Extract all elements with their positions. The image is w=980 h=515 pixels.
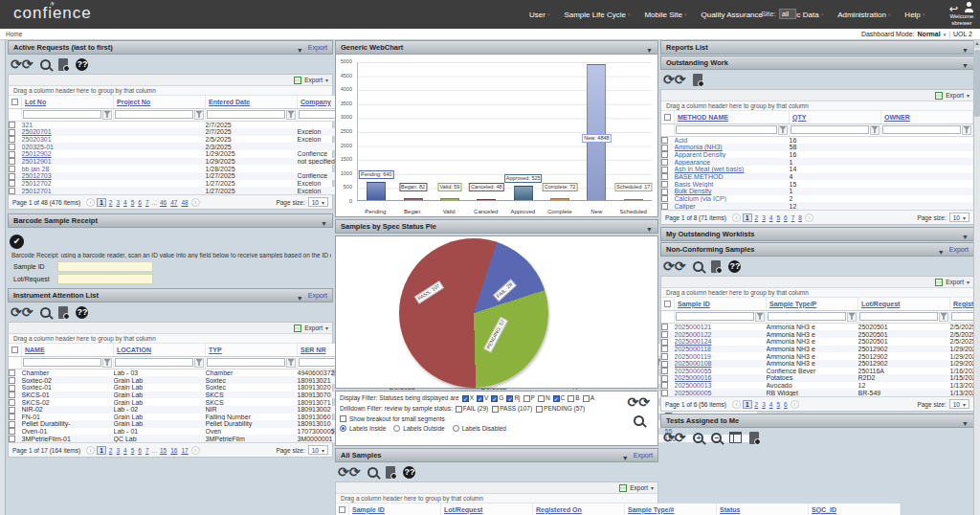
row-checkbox[interactable]: [661, 203, 668, 210]
row-checkbox[interactable]: [661, 189, 668, 195]
refresh-icon[interactable]: ⟳: [338, 465, 360, 479]
collapse-icon[interactable]: [962, 55, 969, 72]
row-checkbox[interactable]: [9, 166, 15, 172]
column-header[interactable]: METHOD NAME: [678, 114, 728, 121]
cell-link[interactable]: 25012901: [22, 158, 52, 165]
filter-funnel-button[interactable]: [778, 125, 788, 135]
cell-link[interactable]: 25020301: [22, 136, 52, 143]
column-filter-input[interactable]: [207, 110, 285, 119]
filter-funnel-button[interactable]: [102, 358, 112, 368]
column-filter-input[interactable]: [676, 312, 754, 321]
row-checkbox[interactable]: [9, 151, 15, 158]
cell-link[interactable]: 25012702: [22, 180, 52, 187]
menu-item-sample-life-cycle[interactable]: Sample Life Cycle▾: [564, 11, 630, 19]
prev-page-button[interactable]: [732, 213, 741, 222]
cell-link[interactable]: Ash in Meat (wet basis): [675, 166, 745, 172]
page-size-select[interactable]: 10: [308, 197, 328, 207]
menu-item-user[interactable]: User▾: [529, 11, 549, 19]
collapse-icon[interactable]: [297, 40, 303, 56]
table-row[interactable]: 2025000055Confience Bever250116A1/16/202…: [661, 368, 980, 375]
zoom-in-icon[interactable]: +: [693, 433, 703, 443]
status-checkbox[interactable]: [583, 395, 590, 402]
breakout-checkbox[interactable]: [340, 415, 346, 422]
collapse-icon[interactable]: [321, 213, 327, 230]
doc-icon[interactable]: [749, 432, 759, 444]
page-link[interactable]: 2: [754, 214, 760, 221]
bar-approved[interactable]: [514, 186, 533, 200]
row-checkbox[interactable]: [661, 331, 668, 338]
refresh-icon[interactable]: ⟳: [663, 73, 685, 86]
row-checkbox[interactable]: [9, 407, 15, 414]
table-row[interactable]: 2025000016PotatoesR2D21/15/2025V281192: [661, 374, 980, 382]
cell-link[interactable]: 2025000121: [675, 324, 712, 330]
page-link[interactable]: 5: [130, 199, 136, 206]
cell-link[interactable]: Apparent Density: [675, 151, 726, 158]
column-header[interactable]: QTY: [792, 114, 806, 121]
cell-link[interactable]: Acid: [675, 137, 688, 144]
cell-link[interactable]: 25012701: [22, 188, 52, 194]
column-filter-input[interactable]: [115, 358, 193, 367]
grid-export-button[interactable]: Export: [294, 77, 328, 84]
column-header[interactable]: Entered Date: [209, 99, 250, 105]
page-link[interactable]: 3: [115, 199, 121, 206]
next-page-button[interactable]: [191, 446, 200, 455]
status-checkbox[interactable]: [523, 395, 530, 402]
next-page-button[interactable]: [791, 400, 799, 409]
collapse-icon[interactable]: [938, 241, 945, 258]
table-row[interactable]: Apparent Density16: [661, 151, 973, 159]
page-link[interactable]: 15: [159, 447, 167, 454]
cell-link[interactable]: Bulk Density: [675, 188, 712, 194]
refresh-icon[interactable]: ⟳: [628, 395, 650, 409]
help-icon[interactable]: ?: [76, 58, 88, 71]
row-checkbox[interactable]: [9, 428, 15, 435]
table-row[interactable]: 2025000005RB WidgetBR-5491/13/2025V28118…: [661, 389, 980, 396]
zoom-out-icon[interactable]: −: [711, 433, 722, 443]
refresh-icon[interactable]: ⟳: [663, 431, 685, 444]
table-row[interactable]: 2025000122Ammonia NH3 e250205012/5/2025V…: [661, 330, 980, 338]
all-samples-header[interactable]: All Samples Export: [335, 448, 658, 462]
cell-link[interactable]: 25012703: [22, 172, 52, 179]
row-checkbox[interactable]: [661, 382, 668, 389]
select-all-checkbox[interactable]: [664, 301, 671, 307]
row-checkbox[interactable]: [9, 392, 15, 398]
row-checkbox[interactable]: [9, 136, 15, 143]
prev-page-button[interactable]: [86, 446, 95, 455]
help-icon[interactable]: ?: [76, 306, 88, 319]
scroll-up-icon[interactable]: ▲: [974, 40, 980, 48]
page-size-select[interactable]: 10: [949, 213, 969, 222]
pie-panel-header[interactable]: Samples by Spec Status Pie: [335, 219, 658, 234]
page-link[interactable]: 4: [122, 199, 128, 206]
filter-funnel-button[interactable]: [194, 358, 204, 368]
page-link[interactable]: 5: [775, 214, 781, 221]
column-header[interactable]: Lot No: [25, 99, 46, 105]
grid-export-button[interactable]: Export: [935, 279, 969, 286]
label-position-radio[interactable]: [340, 425, 346, 432]
table-row[interactable]: Caliper12: [661, 202, 973, 210]
select-all-checkbox[interactable]: [11, 347, 18, 353]
bar-began[interactable]: [404, 198, 423, 200]
table-row[interactable]: Calcium (via ICP)2: [661, 195, 973, 203]
cell-link[interactable]: Basis Weight: [675, 181, 714, 188]
zoom-icon[interactable]: [40, 59, 51, 70]
status-checkbox[interactable]: ✓: [491, 395, 498, 402]
status-checkbox[interactable]: ✓: [506, 395, 513, 402]
cell-link[interactable]: 2025000016: [675, 374, 712, 381]
cell-link[interactable]: Appearance: [675, 159, 711, 166]
drilldown-checkbox[interactable]: [536, 406, 543, 413]
row-checkbox[interactable]: [9, 180, 15, 187]
row-checkbox[interactable]: [9, 436, 15, 442]
status-checkbox[interactable]: [568, 395, 574, 402]
barcode-receipt-header[interactable]: Barcode Sample Receipt: [8, 213, 333, 228]
bar-valid[interactable]: [440, 198, 459, 200]
column-header[interactable]: Company: [301, 99, 331, 105]
bar-chart[interactable]: 0500100015002000250030003500400045005000…: [335, 55, 658, 217]
page-link[interactable]: 6: [137, 199, 143, 206]
column-filter-input[interactable]: [791, 125, 869, 134]
page-size-select[interactable]: 10: [949, 399, 969, 409]
row-checkbox[interactable]: [661, 195, 668, 202]
page-link[interactable]: 7: [145, 199, 150, 206]
filter-funnel-button[interactable]: [847, 312, 857, 322]
select-all-checkbox[interactable]: [664, 114, 671, 121]
cell-link[interactable]: 321: [22, 122, 33, 128]
collapse-icon[interactable]: [962, 226, 969, 243]
